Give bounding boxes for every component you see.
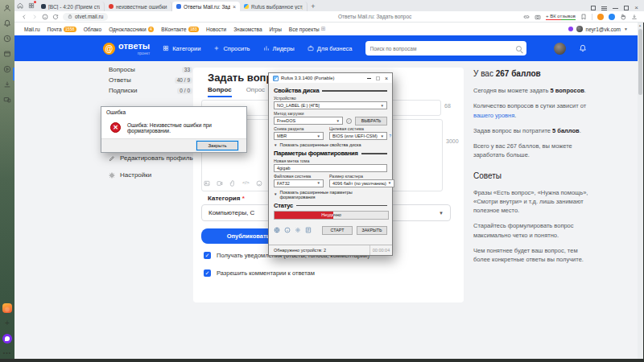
- panels-icon[interactable]: [591, 6, 596, 10]
- address-bar[interactable]: otvet.mail.ru: [63, 13, 108, 21]
- close-icon[interactable]: ×: [385, 76, 388, 81]
- scroll-up-icon[interactable]: ▲: [638, 23, 642, 27]
- portal-nav-ok[interactable]: Одноклассники4: [109, 27, 154, 32]
- nav-leaders[interactable]: Лидеры: [263, 45, 295, 52]
- portal-nav-dating[interactable]: Знакомства: [233, 27, 262, 32]
- adblock-hand-icon[interactable]: [620, 14, 626, 20]
- code-icon[interactable]: </>: [242, 180, 250, 187]
- vk-music-app-icon[interactable]: [2, 334, 12, 343]
- stat-subscriptions[interactable]: Подписки0 / 0: [109, 85, 192, 96]
- download-icon[interactable]: [631, 14, 638, 20]
- bell-icon[interactable]: [3, 19, 12, 27]
- language-globe-icon[interactable]: [274, 227, 280, 233]
- portal-nav-mailru[interactable]: Mail.ru: [24, 27, 40, 32]
- otvety-logo[interactable]: @ ответы проект: [103, 42, 150, 56]
- close-window-icon[interactable]: ×: [634, 5, 638, 11]
- notifications-bell-icon[interactable]: [579, 44, 587, 52]
- video-icon[interactable]: [217, 180, 223, 187]
- rufus-close-button[interactable]: ЗАКРЫТЬ: [357, 226, 387, 235]
- browser-tab-1[interactable]: [ВС] - 4:20 (Прием ставок: [37, 2, 105, 11]
- tabs-panel-icon[interactable]: [3, 49, 12, 58]
- reload-icon[interactable]: [52, 14, 59, 20]
- extension-orange-icon[interactable]: [597, 14, 604, 20]
- filesystem-select[interactable]: FAT32▼: [274, 179, 324, 187]
- sidebar-more-icon[interactable]: •••: [3, 350, 11, 356]
- boot-method-select[interactable]: FreeDOS▼: [274, 117, 343, 125]
- screenshot-camera-icon[interactable]: [535, 14, 541, 20]
- start-button[interactable]: СТАРТ: [322, 226, 353, 235]
- checksum-icon[interactable]: ✓: [346, 118, 352, 124]
- user-avatar[interactable]: [554, 43, 566, 55]
- profile-icon[interactable]: [3, 3, 12, 12]
- minimize-icon[interactable]: [367, 78, 371, 79]
- share-link-icon[interactable]: [523, 14, 530, 20]
- new-tab-button[interactable]: +: [308, 2, 319, 11]
- log-icon[interactable]: [305, 227, 312, 233]
- attach-icon[interactable]: [229, 180, 236, 187]
- image-icon[interactable]: [204, 180, 210, 187]
- partition-scheme-select[interactable]: MBR▼: [274, 132, 324, 140]
- maximize-icon[interactable]: [624, 6, 629, 10]
- browser-tab-4[interactable]: Rufus выбранное устрой: [240, 2, 308, 11]
- site-info-icon[interactable]: [42, 14, 48, 20]
- advanced-format-toggle[interactable]: ▼Показать расширенные параметры форматир…: [274, 190, 387, 200]
- nav-ask-question[interactable]: Спросить: [213, 45, 250, 52]
- target-system-select[interactable]: BIOS (или UEFI-CSM)▼: [329, 132, 387, 140]
- tab-poll[interactable]: Опрос: [246, 86, 265, 97]
- checkbox-checked[interactable]: ✓: [204, 269, 211, 277]
- history-clock-icon[interactable]: [3, 34, 12, 43]
- home-icon[interactable]: [14, 0, 26, 11]
- portal-nav-vk[interactable]: ВКонтакте183: [161, 27, 199, 32]
- extension-vk-icon[interactable]: [609, 14, 615, 20]
- volume-label-input[interactable]: 4gigab: [274, 164, 387, 172]
- level-link[interactable]: вашего уровня: [473, 112, 514, 119]
- vk-reviews-extension[interactable]: + ВК отзывов: [546, 14, 576, 20]
- nav-categories[interactable]: Категории: [163, 45, 200, 52]
- forward-icon[interactable]: [31, 14, 38, 20]
- error-dialog-titlebar[interactable]: Ошибка: [101, 107, 246, 117]
- play-media-icon[interactable]: [3, 64, 12, 73]
- emoji-icon[interactable]: [256, 180, 262, 187]
- tab-question[interactable]: Вопрос: [208, 86, 232, 97]
- downloads-icon[interactable]: [3, 80, 12, 88]
- portal-nav-cloud[interactable]: Облако: [84, 27, 101, 32]
- advanced-drive-toggle[interactable]: ▼Показать расширенные свойства диска: [274, 142, 387, 147]
- stat-answers[interactable]: Ответы40 / 9: [109, 75, 192, 85]
- devices-icon[interactable]: [3, 95, 12, 104]
- stat-questions[interactable]: Вопросы33: [109, 64, 192, 75]
- device-select[interactable]: NO_LABEL (E:) [4ГБ]▼: [274, 101, 387, 109]
- bookmark-icon[interactable]: [580, 14, 587, 20]
- portal-nav-mail[interactable]: Почта1558: [47, 27, 76, 32]
- checkbox-checked[interactable]: ✓: [204, 252, 211, 259]
- about-info-icon[interactable]: [284, 227, 291, 233]
- help-icon[interactable]: ?: [389, 134, 391, 138]
- portal-nav-games[interactable]: Игры: [270, 27, 282, 32]
- portal-nav-news[interactable]: Новости: [206, 27, 226, 32]
- browser-tab-2[interactable]: неизвестные ошибки пр: [105, 2, 172, 11]
- maximize-icon[interactable]: [376, 76, 380, 80]
- error-close-button[interactable]: Закрыть: [196, 141, 238, 150]
- browser-menu-icon[interactable]: [601, 6, 607, 10]
- portal-nav-all-projects[interactable]: Все проекты⊞: [289, 26, 326, 32]
- search-input[interactable]: [370, 46, 513, 51]
- minimize-icon[interactable]: [613, 8, 618, 9]
- browser-tab-active[interactable]: Ответы Mail.ru: Задать×: [172, 2, 240, 11]
- messenger-app-icon[interactable]: [2, 303, 12, 313]
- select-image-button[interactable]: ВЫБРАТЬ: [355, 117, 387, 125]
- cluster-size-select[interactable]: 4096 байт (по умолчанию)▼: [329, 179, 394, 187]
- settings-link[interactable]: Настройки: [109, 171, 197, 179]
- edit-profile-link[interactable]: Редактировать профиль: [109, 154, 197, 162]
- rufus-titlebar[interactable]: Rufus 3.3.1400 (Portable) ×: [269, 73, 392, 83]
- question-search[interactable]: [365, 41, 526, 56]
- add-panel-button[interactable]: +: [5, 319, 10, 327]
- chevron-down-icon: ▼: [624, 27, 628, 31]
- tab-groups-icon[interactable]: [26, 0, 37, 11]
- tab-close-icon[interactable]: ×: [233, 4, 236, 10]
- back-icon[interactable]: [21, 14, 27, 20]
- search-icon[interactable]: [516, 46, 522, 51]
- scrollbar-thumb[interactable]: [638, 29, 642, 95]
- nav-for-business[interactable]: Для бизнеса: [308, 45, 353, 52]
- portal-account[interactable]: neyr1@vk.com ▼: [568, 26, 628, 32]
- page-scrollbar[interactable]: ▲: [638, 23, 643, 359]
- settings-icon[interactable]: [295, 227, 301, 233]
